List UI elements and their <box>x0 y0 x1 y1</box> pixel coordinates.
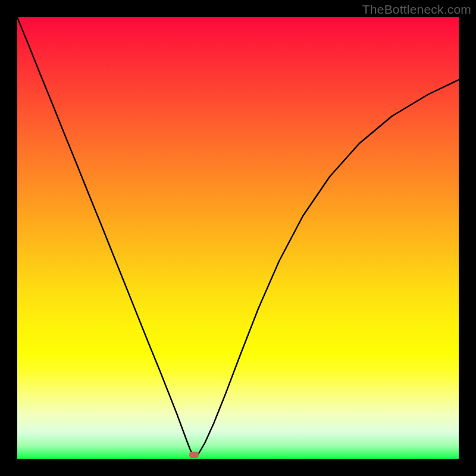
watermark-text: TheBottleneck.com <box>362 2 471 17</box>
bottleneck-curve <box>17 17 459 459</box>
optimal-point-marker <box>189 452 199 458</box>
